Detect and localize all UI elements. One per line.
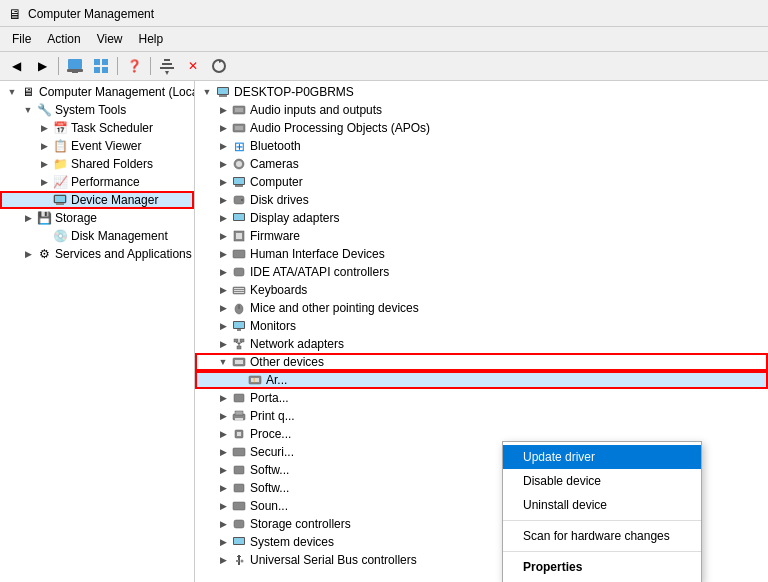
expand-securi[interactable]: ▶ [215, 447, 231, 457]
toolbar-btn-1[interactable] [63, 55, 87, 77]
tree-item-shared[interactable]: ▶ 📁 Shared Folders [0, 155, 194, 173]
forward-button[interactable]: ▶ [30, 55, 54, 77]
expand-porta[interactable]: ▶ [215, 393, 231, 403]
expand-print[interactable]: ▶ [215, 411, 231, 421]
tree-item-storage[interactable]: ▶ 💾 Storage [0, 209, 194, 227]
expand-ide[interactable]: ▶ [215, 267, 231, 277]
svg-rect-13 [55, 196, 65, 202]
expand-event[interactable]: ▶ [36, 141, 52, 151]
r-item-ar[interactable]: ! Ar... [195, 371, 768, 389]
r-item-hid[interactable]: ▶ Human Interface Devices [195, 245, 768, 263]
bt-label: Bluetooth [250, 139, 301, 153]
r-item-network[interactable]: ▶ Network adapters [195, 335, 768, 353]
expand-softw1[interactable]: ▶ [215, 465, 231, 475]
expand-proc[interactable]: ▶ [215, 429, 231, 439]
r-item-bt[interactable]: ▶ ⊞ Bluetooth [195, 137, 768, 155]
expand-display[interactable]: ▶ [215, 213, 231, 223]
storage-label: Storage [55, 211, 97, 225]
help-button[interactable]: ❓ [122, 55, 146, 77]
r-item-kb[interactable]: ▶ Keyboards [195, 281, 768, 299]
r-item-monitors[interactable]: ▶ Monitors [195, 317, 768, 335]
expand-apo[interactable]: ▶ [215, 123, 231, 133]
r-item-display[interactable]: ▶ Display adapters [195, 209, 768, 227]
ctx-properties[interactable]: Properties [503, 555, 701, 579]
task-icon: 📅 [52, 120, 68, 136]
svg-rect-25 [234, 178, 244, 184]
expand-storage-ctrl[interactable]: ▶ [215, 519, 231, 529]
expand-shared[interactable]: ▶ [36, 159, 52, 169]
back-button[interactable]: ◀ [4, 55, 28, 77]
expand-storage[interactable]: ▶ [20, 213, 36, 223]
expand-audio[interactable]: ▶ [215, 105, 231, 115]
disk-icon: 💿 [52, 228, 68, 244]
r-item-apo[interactable]: ▶ Audio Processing Objects (APOs) [195, 119, 768, 137]
r-item-print[interactable]: ▶ Print q... [195, 407, 768, 425]
tree-item-sys-tools[interactable]: ▼ 🔧 System Tools [0, 101, 194, 119]
ctx-sep-2 [503, 551, 701, 552]
expand-comp-mgmt[interactable]: ▼ [4, 87, 20, 97]
r-item-audio[interactable]: ▶ Audio inputs and outputs [195, 101, 768, 119]
tree-item-comp-mgmt[interactable]: ▼ 🖥 Computer Management (Local [0, 83, 194, 101]
menu-file[interactable]: File [4, 29, 39, 49]
svg-rect-63 [233, 502, 245, 510]
expand-hid[interactable]: ▶ [215, 249, 231, 259]
expand-cameras[interactable]: ▶ [215, 159, 231, 169]
tree-item-task-sched[interactable]: ▶ 📅 Task Scheduler [0, 119, 194, 137]
expand-root[interactable]: ▼ [199, 87, 215, 97]
svc-label: Services and Applications [55, 247, 192, 261]
expand-bt[interactable]: ▶ [215, 141, 231, 151]
expand-mice[interactable]: ▶ [215, 303, 231, 313]
r-item-other[interactable]: ▼ Other devices [195, 353, 768, 371]
expand-firmware[interactable]: ▶ [215, 231, 231, 241]
expand-sys-tools[interactable]: ▼ [20, 105, 36, 115]
r-item-root[interactable]: ▼ DESKTOP-P0GBRMS [195, 83, 768, 101]
title-bar: 🖥 Computer Management [0, 0, 768, 27]
svg-rect-16 [218, 88, 228, 94]
tree-item-device-mgr[interactable]: Device Manager [0, 191, 194, 209]
expand-svc[interactable]: ▶ [20, 249, 36, 259]
export-button[interactable] [155, 55, 179, 77]
expand-soun[interactable]: ▶ [215, 501, 231, 511]
expand-computer[interactable]: ▶ [215, 177, 231, 187]
r-item-firmware[interactable]: ▶ Firmware [195, 227, 768, 245]
tree-item-svc[interactable]: ▶ ⚙ Services and Applications [0, 245, 194, 263]
delete-button[interactable]: ✕ [181, 55, 205, 77]
ctx-uninstall[interactable]: Uninstall device [503, 493, 701, 517]
svg-rect-56 [235, 411, 243, 415]
expand-perf[interactable]: ▶ [36, 177, 52, 187]
r-item-disks[interactable]: ▶ Disk drives [195, 191, 768, 209]
r-item-cameras[interactable]: ▶ Cameras [195, 155, 768, 173]
toolbar-btn-2[interactable] [89, 55, 113, 77]
expand-other[interactable]: ▼ [215, 357, 231, 367]
r-item-porta[interactable]: ▶ Porta... [195, 389, 768, 407]
expand-monitors[interactable]: ▶ [215, 321, 231, 331]
expand-kb[interactable]: ▶ [215, 285, 231, 295]
expand-usb[interactable]: ▶ [215, 555, 231, 565]
menu-view[interactable]: View [89, 29, 131, 49]
expand-network[interactable]: ▶ [215, 339, 231, 349]
tree-item-event[interactable]: ▶ 📋 Event Viewer [0, 137, 194, 155]
ctx-disable[interactable]: Disable device [503, 469, 701, 493]
ctx-update-driver[interactable]: Update driver [503, 445, 701, 469]
menu-action[interactable]: Action [39, 29, 88, 49]
expand-softw2[interactable]: ▶ [215, 483, 231, 493]
toolbar-sep-1 [58, 57, 59, 75]
tree-item-disk[interactable]: 💿 Disk Management [0, 227, 194, 245]
svg-rect-9 [164, 59, 170, 61]
ide-label: IDE ATA/ATAPI controllers [250, 265, 389, 279]
softw2-icon [231, 480, 247, 496]
computer-icon [231, 174, 247, 190]
tree-item-perf[interactable]: ▶ 📈 Performance [0, 173, 194, 191]
expand-disks[interactable]: ▶ [215, 195, 231, 205]
r-item-computer[interactable]: ▶ Computer [195, 173, 768, 191]
svg-rect-59 [237, 432, 241, 436]
menu-help[interactable]: Help [131, 29, 172, 49]
r-item-ide[interactable]: ▶ IDE ATA/ATAPI controllers [195, 263, 768, 281]
svg-rect-15 [219, 95, 227, 97]
shared-icon: 📁 [52, 156, 68, 172]
refresh-button[interactable] [207, 55, 231, 77]
expand-task[interactable]: ▶ [36, 123, 52, 133]
r-item-mice[interactable]: ▶ Mice and other pointing devices [195, 299, 768, 317]
ctx-scan[interactable]: Scan for hardware changes [503, 524, 701, 548]
expand-sysdev[interactable]: ▶ [215, 537, 231, 547]
